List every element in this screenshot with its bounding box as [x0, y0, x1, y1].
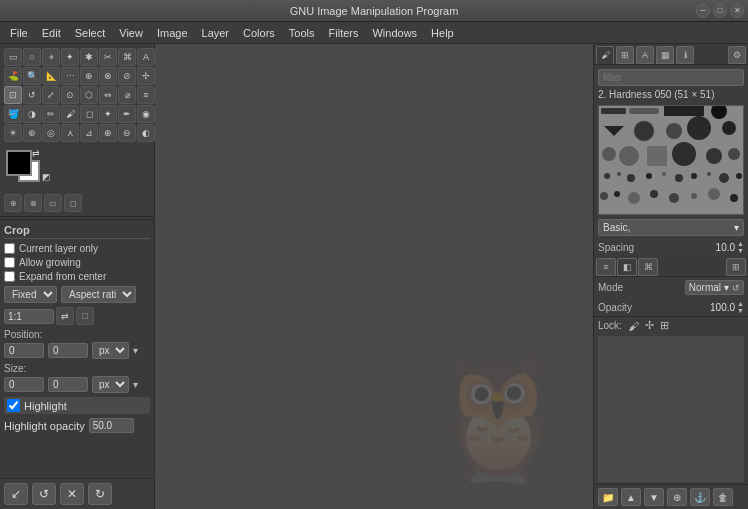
aspect-dropdown[interactable]: Aspect ratio [61, 286, 136, 303]
tool-color-balance[interactable]: ⊖ [118, 124, 136, 142]
close-button[interactable]: ✕ [730, 4, 744, 18]
brush-category-dropdown[interactable]: Basic, ▾ [598, 219, 744, 236]
size-y-input[interactable] [48, 377, 88, 392]
tool-measure[interactable]: 📐 [42, 67, 60, 85]
tool-scale[interactable]: ⤢ [42, 86, 60, 104]
tool-options-undo-button[interactable]: ↺ [32, 483, 56, 505]
tool-pencil[interactable]: ✏ [42, 105, 60, 123]
tool-transform[interactable]: ⊕ [80, 67, 98, 85]
menu-edit[interactable]: Edit [36, 25, 67, 41]
menu-image[interactable]: Image [151, 25, 194, 41]
reset-colors-icon[interactable]: ◩ [42, 172, 51, 182]
menu-select[interactable]: Select [69, 25, 112, 41]
highlight-opacity-input[interactable] [89, 418, 134, 433]
foreground-background-colors[interactable]: ⇄ ◩ [4, 148, 54, 188]
tool-blend[interactable]: ◑ [23, 105, 41, 123]
tool-scissors[interactable]: ✂ [99, 48, 117, 66]
menu-file[interactable]: File [4, 25, 34, 41]
canvas-area[interactable]: 🦉 [155, 44, 593, 509]
tool-options-delete-button[interactable]: ✕ [60, 483, 84, 505]
position-unit-arrow[interactable]: ▾ [133, 345, 138, 356]
ratio-reset-icon[interactable]: □ [76, 307, 94, 325]
tool-zoom[interactable]: 🔍 [23, 67, 41, 85]
tool-rectangle-select[interactable]: ▭ [4, 48, 22, 66]
new-layer-group-button[interactable]: 📁 [598, 488, 618, 506]
opacity-down[interactable]: ▼ [737, 307, 744, 314]
tool-option1[interactable]: ⊕ [4, 194, 22, 212]
tool-crop[interactable]: ⊡ [4, 86, 22, 104]
pos-y-input[interactable] [48, 343, 88, 358]
tab-config[interactable]: ⚙ [728, 46, 746, 64]
tool-clone[interactable]: ⊗ [99, 67, 117, 85]
menu-tools[interactable]: Tools [283, 25, 321, 41]
lock-paint-icon[interactable]: 🖌 [628, 320, 639, 332]
tool-fuzzy-select[interactable]: ✦ [61, 48, 79, 66]
tool-hue-sat[interactable]: ⊕ [99, 124, 117, 142]
tool-eraser[interactable]: ◻ [80, 105, 98, 123]
tool-paint-bucket[interactable]: 🪣 [4, 105, 22, 123]
layer-tab-paths[interactable]: ⌘ [638, 258, 658, 276]
current-layer-label[interactable]: Current layer only [19, 243, 98, 254]
layer-tab-layers[interactable]: ≡ [596, 258, 616, 276]
size-unit-select[interactable]: px [92, 376, 129, 393]
tool-warp[interactable]: ⌀ [118, 86, 136, 104]
menu-help[interactable]: Help [425, 25, 460, 41]
lock-position-icon[interactable]: ✢ [645, 319, 654, 332]
tab-patterns[interactable]: ⊞ [616, 46, 634, 64]
tool-ink[interactable]: ✒ [118, 105, 136, 123]
tool-move[interactable]: ✢ [137, 67, 155, 85]
maximize-button[interactable]: □ [713, 4, 727, 18]
size-x-input[interactable] [4, 377, 44, 392]
tool-flip[interactable]: ⇔ [99, 86, 117, 104]
foreground-color[interactable] [6, 150, 32, 176]
expand-center-checkbox[interactable] [4, 271, 15, 282]
tab-fonts[interactable]: A [636, 46, 654, 64]
tool-shear[interactable]: ⊙ [61, 86, 79, 104]
tab-gradients[interactable]: ▦ [656, 46, 674, 64]
spacing-down[interactable]: ▼ [737, 247, 744, 254]
tool-option2[interactable]: ⊗ [24, 194, 42, 212]
mode-dropdown[interactable]: Normal ▾ ↺ [685, 280, 744, 295]
position-unit-select[interactable]: px [92, 342, 129, 359]
tool-select-by-color[interactable]: ✱ [80, 48, 98, 66]
tool-perspective[interactable]: ⬡ [80, 86, 98, 104]
menu-windows[interactable]: Windows [366, 25, 423, 41]
pos-x-input[interactable] [4, 343, 44, 358]
mode-reset[interactable]: ↺ [732, 283, 740, 293]
tool-text[interactable]: A [137, 48, 155, 66]
tool-airbrush[interactable]: ✦ [99, 105, 117, 123]
tool-free-select[interactable]: ⌖ [42, 48, 60, 66]
tool-color-picker[interactable]: ⛳ [4, 67, 22, 85]
duplicate-layer-button[interactable]: ⊕ [667, 488, 687, 506]
tool-blur[interactable]: ◎ [42, 124, 60, 142]
tool-options-restore-button[interactable]: ↙ [4, 483, 28, 505]
spacing-up[interactable]: ▲ [737, 240, 744, 247]
ratio-input[interactable] [4, 309, 54, 324]
layer-down-button[interactable]: ▼ [644, 488, 664, 506]
menu-filters[interactable]: Filters [323, 25, 365, 41]
tool-ellipse-select[interactable]: ○ [23, 48, 41, 66]
tool-dodge-burn[interactable]: ☀ [4, 124, 22, 142]
tool-smudge[interactable]: ⋯ [61, 67, 79, 85]
lock-alpha-icon[interactable]: ⊞ [660, 319, 669, 332]
allow-growing-label[interactable]: Allow growing [19, 257, 81, 268]
allow-growing-checkbox[interactable] [4, 257, 15, 268]
tab-info[interactable]: ℹ [676, 46, 694, 64]
tool-align[interactable]: ≡ [137, 86, 155, 104]
tool-rotate[interactable]: ↺ [23, 86, 41, 104]
tool-option4[interactable]: ◻ [64, 194, 82, 212]
tool-heal[interactable]: ⊘ [118, 67, 136, 85]
tool-my-paint[interactable]: ◉ [137, 105, 155, 123]
menu-colors[interactable]: Colors [237, 25, 281, 41]
layer-tab-config[interactable]: ⊞ [726, 258, 746, 276]
expand-center-label[interactable]: Expand from center [19, 271, 106, 282]
fixed-dropdown[interactable]: Fixed [4, 286, 57, 303]
current-layer-checkbox[interactable] [4, 243, 15, 254]
tool-levels[interactable]: ⊿ [80, 124, 98, 142]
tool-curves[interactable]: ⋏ [61, 124, 79, 142]
menu-layer[interactable]: Layer [196, 25, 236, 41]
delete-layer-button[interactable]: 🗑 [713, 488, 733, 506]
tool-brightness[interactable]: ◐ [137, 124, 155, 142]
layer-tab-channels[interactable]: ◧ [617, 258, 637, 276]
tool-options-redo-button[interactable]: ↻ [88, 483, 112, 505]
